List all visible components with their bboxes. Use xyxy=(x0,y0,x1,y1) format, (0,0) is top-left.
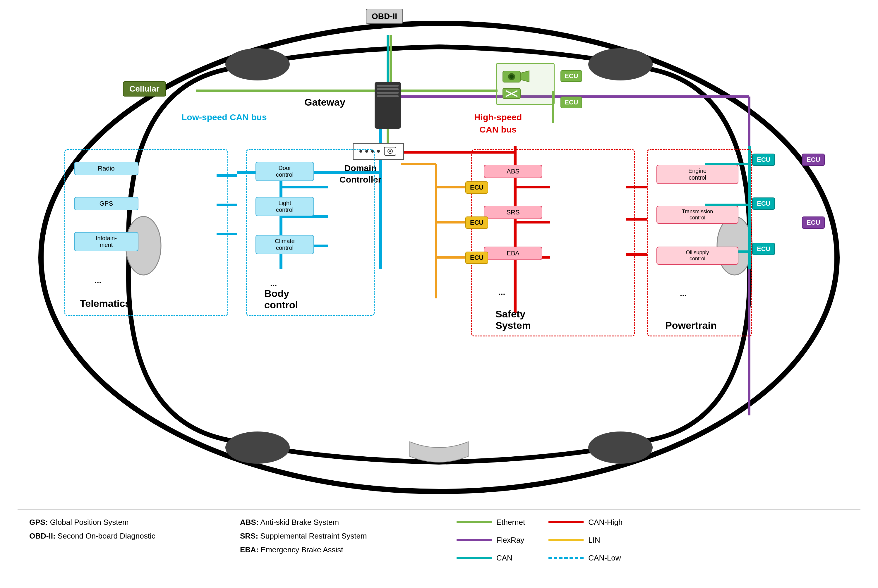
legend-can-high: CAN-High xyxy=(548,516,623,529)
legend-ethernet: Ethernet xyxy=(456,516,525,529)
ecu-can-2: ECU xyxy=(752,198,775,210)
obd-ii-box: OBD-II xyxy=(366,9,403,24)
flexray-label: FlexRay xyxy=(496,533,524,547)
line-legend: Ethernet FlexRay CAN CAN-High xyxy=(456,516,623,569)
can-low-line xyxy=(548,557,584,559)
svg-point-1 xyxy=(225,48,290,81)
can-line xyxy=(456,557,492,559)
powertrain-label: Powertrain xyxy=(665,320,717,331)
can-high-label: CAN-High xyxy=(588,516,623,529)
can-low-label: CAN-Low xyxy=(588,551,621,565)
safety-system-box: ABS SRS EBA ... SafetySystem xyxy=(471,149,635,336)
cellular-box: Cellular xyxy=(123,81,166,96)
door-control-node: Doorcontrol xyxy=(255,162,314,181)
safety-system-label: SafetySystem xyxy=(495,308,531,331)
lin-label: LIN xyxy=(588,533,600,547)
climate-control-node: Climatecontrol xyxy=(255,235,314,254)
ecu-green-1: ECU xyxy=(560,70,582,82)
abbr-srs: SRS: Supplemental Restraint System xyxy=(240,529,422,543)
srs-node: SRS xyxy=(484,206,542,219)
body-control-label: Bodycontrol xyxy=(264,288,298,310)
body-control-box: Doorcontrol Lightcontrol Climatecontrol … xyxy=(246,149,375,316)
light-control-node: Lightcontrol xyxy=(255,197,314,216)
footnote-2: OBD-II: Second On-board Diagnostic xyxy=(29,529,205,543)
ecu-lin-2: ECU xyxy=(465,216,488,229)
engine-control-node: Enginecontrol xyxy=(656,165,738,184)
transmission-control-node: Transmissioncontrol xyxy=(656,206,738,224)
footnote-1: GPS: Global Position System xyxy=(29,516,205,529)
abbr-eba: EBA: Emergency Brake Assist xyxy=(240,543,422,557)
gps-node: GPS xyxy=(74,197,138,210)
ethernet-line xyxy=(456,521,492,523)
legend-can: CAN xyxy=(456,551,525,565)
radio-node: Radio xyxy=(74,162,138,175)
ecu-lin-3: ECU xyxy=(465,252,488,264)
gateway-label: Gateway xyxy=(305,96,345,108)
telematics-label: Telematics xyxy=(80,298,131,309)
footnotes: GPS: Global Position System OBD-II: Seco… xyxy=(29,516,205,569)
can-high-line xyxy=(548,521,584,523)
ecu-lin-1: ECU xyxy=(465,182,488,194)
legend-flexray: FlexRay xyxy=(456,533,525,547)
legend-lin: LIN xyxy=(548,533,623,547)
lowspeed-can-label: Low-speed CAN bus xyxy=(182,111,267,123)
abs-node: ABS xyxy=(484,165,542,178)
svg-point-44 xyxy=(377,150,380,153)
ecu-flexray-2: ECU xyxy=(802,216,825,229)
svg-marker-51 xyxy=(520,71,529,82)
lin-line xyxy=(548,539,584,541)
svg-point-2 xyxy=(588,48,653,81)
svg-point-4 xyxy=(588,432,653,464)
powertrain-box: Enginecontrol Transmissioncontrol Oil su… xyxy=(647,149,752,336)
svg-point-3 xyxy=(225,432,290,464)
svg-point-50 xyxy=(510,75,513,79)
telematics-box: Radio GPS Infotain-ment ... Telematics xyxy=(65,149,228,316)
svg-point-47 xyxy=(389,150,391,152)
car-diagram: OBD-II Cellular Gateway Low-speed CAN bu… xyxy=(18,6,860,503)
gateway-device xyxy=(375,82,401,129)
green-ecu-cluster xyxy=(496,63,555,105)
ecu-can-3: ECU xyxy=(752,243,775,255)
ethernet-label: Ethernet xyxy=(496,516,525,529)
infotainment-node: Infotain-ment xyxy=(74,232,138,251)
abbr-abs: ABS: Anti-skid Brake System xyxy=(240,516,422,529)
can-label: CAN xyxy=(496,551,512,565)
legend-area: GPS: Global Position System OBD-II: Seco… xyxy=(18,509,860,569)
flexray-line xyxy=(456,539,492,541)
highspeed-can-label: High-speedCAN bus xyxy=(474,111,522,136)
ecu-flexray-1: ECU xyxy=(802,154,825,166)
ecu-can-1: ECU xyxy=(752,154,775,166)
abbreviations: ABS: Anti-skid Brake System SRS: Supplem… xyxy=(240,516,422,569)
eba-node: EBA xyxy=(484,247,542,260)
oil-supply-control-node: Oil supplycontrol xyxy=(656,247,738,265)
legend-can-low: CAN-Low xyxy=(548,551,623,565)
ecu-green-2: ECU xyxy=(560,96,582,108)
